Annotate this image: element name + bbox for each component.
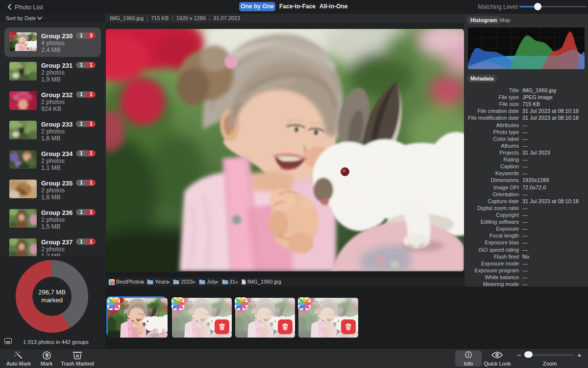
- svg-text:marked: marked: [41, 296, 62, 304]
- svg-text:296,7 MB: 296,7 MB: [38, 289, 66, 296]
